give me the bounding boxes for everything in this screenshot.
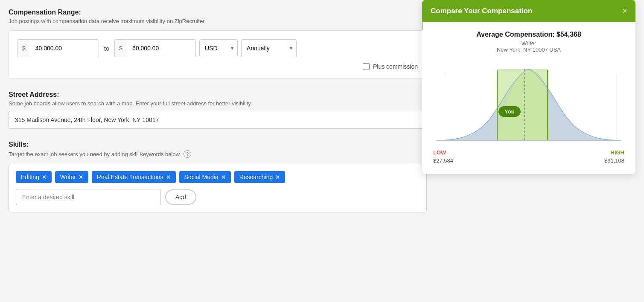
- skills-box: Editing ✕ Writer ✕ Real Estate Transacti…: [9, 164, 427, 212]
- skill-tag-remove-writer[interactable]: ✕: [79, 174, 83, 180]
- skill-tag-remove-real-estate[interactable]: ✕: [166, 174, 171, 180]
- chart-area: You: [432, 61, 625, 147]
- avg-comp-title: Average Compensation: $54,368: [432, 31, 625, 38]
- skill-tag-remove-researching[interactable]: ✕: [275, 174, 280, 180]
- to-label: to: [102, 45, 111, 52]
- range-labels-row: $27,584 $91,108: [432, 157, 625, 164]
- compare-close-button[interactable]: ×: [622, 7, 627, 15]
- skills-tags-row: Editing ✕ Writer ✕ Real Estate Transacti…: [16, 171, 420, 183]
- you-badge: You: [498, 106, 521, 117]
- min-amount-input[interactable]: [30, 40, 99, 57]
- skill-tag-remove-editing[interactable]: ✕: [42, 174, 47, 180]
- skill-input[interactable]: [16, 189, 161, 205]
- skills-section: Skills: Target the exact job seekers you…: [9, 141, 427, 212]
- low-label: LOW: [433, 149, 446, 156]
- frequency-select[interactable]: Annually Monthly Hourly: [241, 39, 297, 57]
- job-title-location: Writer New York, NY 10007 USA: [432, 40, 625, 53]
- max-amount-wrapper: $: [114, 39, 196, 57]
- comp-inputs-row: $ to $ USD EUR GBP ▾: [17, 39, 418, 57]
- address-section-title: Street Address:: [9, 91, 427, 99]
- address-input[interactable]: [9, 111, 427, 129]
- skill-tag-editing: Editing ✕: [16, 171, 52, 183]
- currency-select-wrapper: USD EUR GBP ▾: [199, 39, 238, 57]
- add-skill-button[interactable]: Add: [165, 189, 196, 205]
- frequency-select-wrapper: Annually Monthly Hourly ▾: [241, 39, 297, 57]
- range-high-value: $91,108: [604, 157, 624, 164]
- skills-help-row: Target the exact job seekers you need by…: [9, 150, 427, 158]
- skill-tag-label-writer: Writer: [60, 174, 76, 180]
- skills-section-title: Skills:: [9, 141, 427, 148]
- skill-tag-writer: Writer ✕: [55, 171, 88, 183]
- compensation-chart: [432, 61, 625, 147]
- address-subtitle: Some job boards allow users to search wi…: [9, 100, 427, 107]
- commission-label: Plus commission: [373, 63, 418, 70]
- compensation-section-title: Compensation Range:: [9, 9, 427, 16]
- compare-job-title: Writer: [522, 40, 536, 46]
- compare-header: Compare Your Compensation ×: [422, 0, 635, 22]
- chart-labels-row: LOW HIGH: [432, 149, 625, 156]
- skill-tag-remove-social-media[interactable]: ✕: [221, 174, 226, 180]
- commission-row: Plus commission: [17, 63, 418, 70]
- min-amount-wrapper: $: [17, 39, 99, 57]
- skill-tag-label-researching: Researching: [239, 174, 273, 180]
- compare-panel-title: Compare Your Compensation: [431, 7, 532, 15]
- max-currency-symbol: $: [115, 40, 127, 57]
- currency-select[interactable]: USD EUR GBP: [199, 39, 238, 57]
- skill-tag-researching: Researching ✕: [234, 171, 286, 183]
- skill-tag-social-media: Social Media ✕: [179, 171, 231, 183]
- compare-location: New York, NY 10007 USA: [497, 46, 561, 53]
- skills-subtitle: Target the exact job seekers you need by…: [9, 151, 181, 157]
- high-label: HIGH: [611, 149, 625, 156]
- commission-checkbox[interactable]: [363, 63, 370, 70]
- help-icon[interactable]: ?: [184, 150, 191, 158]
- compensation-subtitle: Job postings with compensation data rece…: [9, 18, 427, 24]
- max-amount-input[interactable]: [127, 40, 195, 57]
- skill-tag-real-estate: Real Estate Transactions ✕: [92, 171, 176, 183]
- skill-tag-label-social-media: Social Media: [184, 174, 219, 180]
- compare-body: Average Compensation: $54,368 Writer New…: [422, 22, 635, 174]
- range-low-value: $27,584: [433, 157, 453, 164]
- compensation-box: $ to $ USD EUR GBP ▾: [9, 30, 427, 79]
- street-address-section: Street Address: Some job boards allow us…: [9, 91, 427, 129]
- skill-tag-label-real-estate: Real Estate Transactions: [97, 174, 163, 180]
- min-currency-symbol: $: [18, 40, 30, 57]
- skill-tag-label-editing: Editing: [21, 174, 39, 180]
- compare-panel: Compare Your Compensation × Average Comp…: [422, 0, 635, 174]
- skill-input-row: Add: [16, 189, 420, 205]
